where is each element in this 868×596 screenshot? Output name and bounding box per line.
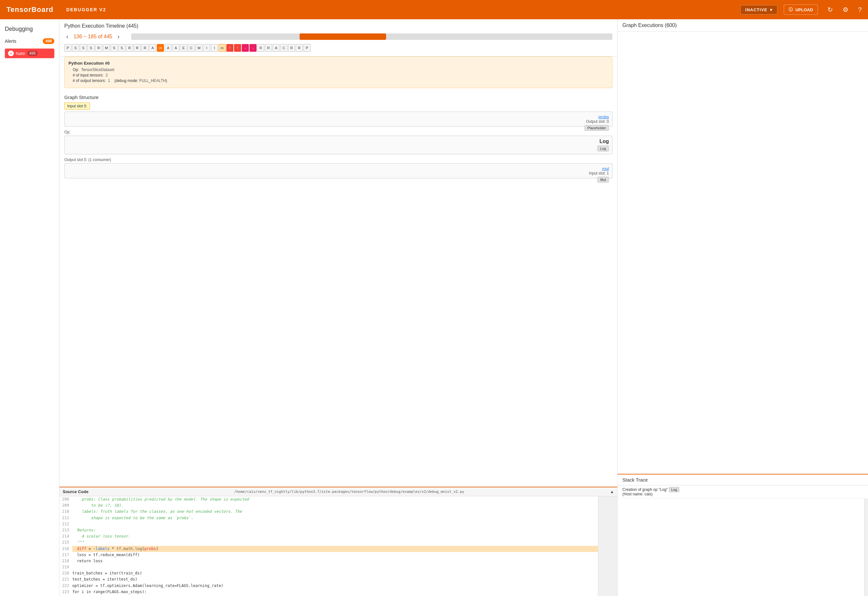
stack-op-ref: Log: [669, 487, 679, 492]
source-section: Source Code /home/cais/venv_tf_nightly/l…: [59, 487, 617, 596]
timeline-char[interactable]: S: [80, 44, 87, 52]
line-number: 220: [59, 570, 72, 576]
line-number: 214: [59, 533, 72, 539]
timeline-char[interactable]: R: [142, 44, 149, 52]
source-path: /home/cais/venv_tf_nightly/lib/python3.7…: [234, 490, 464, 494]
stack-scrollbar: [864, 499, 868, 596]
ge-table-container[interactable]: [617, 32, 868, 474]
line-number: 215: [59, 539, 72, 546]
output-name[interactable]: mul: [68, 166, 609, 171]
stack-scroll-area[interactable]: [617, 499, 864, 596]
timeline-char[interactable]: A: [172, 44, 179, 52]
timeline-nav: ‹ 136 ~ 185 of 445 ›: [64, 32, 613, 41]
source-minimap: [598, 496, 617, 596]
input-name[interactable]: probs: [68, 114, 609, 119]
sidebar: Debugging Alerts 499 ∞ NaN/ 499: [0, 19, 59, 596]
info-icon: ⓘ: [788, 7, 793, 13]
timeline-char[interactable]: R: [257, 44, 264, 52]
exec-detail: Python Execution #0 Op: TensorSliceDatas…: [64, 57, 613, 88]
main-layout: Debugging Alerts 499 ∞ NaN/ 499 Python E…: [0, 19, 868, 596]
timeline-char[interactable]: m: [157, 44, 164, 52]
timeline-char[interactable]: I: [203, 44, 210, 52]
infinity-icon: ∞: [8, 50, 14, 56]
nav-next-button[interactable]: ›: [115, 32, 121, 41]
timeline-char[interactable]: -: [242, 44, 249, 52]
timeline-char[interactable]: R: [134, 44, 141, 52]
timeline-char[interactable]: R: [95, 44, 102, 52]
sidebar-title: Debugging: [0, 22, 59, 36]
timeline-char[interactable]: m: [218, 44, 226, 52]
line-number: 213: [59, 527, 72, 533]
timeline-char[interactable]: !: [234, 44, 241, 52]
source-line: 210 labels: Truth labels for the classes…: [59, 509, 598, 515]
status-selector[interactable]: INACTIVE ▾: [740, 5, 777, 15]
source-collapse-icon[interactable]: ▲: [610, 489, 614, 494]
source-line: 222optimizer = tf.optimizers.Adam(learni…: [59, 583, 598, 589]
timeline-char[interactable]: !: [226, 44, 233, 52]
source-line: 208 probs: Class probabilities predicted…: [59, 496, 598, 502]
timeline-char[interactable]: C: [280, 44, 288, 52]
timeline-char[interactable]: M: [103, 44, 110, 52]
source-line: 217 loss = tf.reduce_mean(diff): [59, 552, 598, 558]
timeline-char[interactable]: A: [165, 44, 172, 52]
stack-title: Stack Trace: [622, 477, 863, 482]
help-icon[interactable]: ?: [858, 6, 862, 13]
center-panel: Python Execution Timeline (445) ‹ 136 ~ …: [59, 19, 617, 596]
timeline-char[interactable]: A: [273, 44, 280, 52]
timeline-char[interactable]: R: [126, 44, 133, 52]
input-slot-box: probs Output slot: 0 Placeholder: [64, 112, 613, 127]
nav-prev-button[interactable]: ‹: [64, 32, 71, 41]
timeline-char[interactable]: R: [265, 44, 272, 52]
timeline-char[interactable]: C: [188, 44, 195, 52]
timeline-char[interactable]: E: [180, 44, 187, 52]
timeline-chars: PSSSRMSSRRRAmAAECMIIm!!--RRACRRP: [64, 44, 613, 52]
source-line: 211 shape is expected to be the same as …: [59, 515, 598, 521]
timeline-char[interactable]: S: [111, 44, 118, 52]
line-code: probs: Class probabilities predicted by …: [72, 496, 598, 502]
timeline-char[interactable]: M: [195, 44, 202, 52]
source-lines[interactable]: 208 probs: Class probabilities predicted…: [59, 496, 598, 596]
line-number: 216: [59, 546, 72, 552]
timeline-char[interactable]: S: [72, 44, 79, 52]
timeline-char[interactable]: R: [288, 44, 295, 52]
timeline-slider-track[interactable]: [131, 34, 613, 40]
nan-label: NaN/: [16, 51, 25, 56]
source-header: Source Code /home/cais/venv_tf_nightly/l…: [59, 487, 617, 496]
alerts-label: Alerts: [5, 38, 16, 44]
graph-structure-title: Graph Structure: [64, 94, 613, 100]
output-slot-row: Input slot: 1: [68, 171, 609, 176]
line-code: for i in range(FLAGS.max_steps):: [72, 589, 598, 595]
source-line: 221test_batches = iter(test_ds): [59, 576, 598, 583]
timeline-char[interactable]: P: [304, 44, 310, 52]
timeline-char[interactable]: I: [211, 44, 218, 52]
stack-creation: Creation of graph op "Log" Log (Host nam…: [617, 485, 868, 499]
app-section: DEBUGGER V2: [66, 7, 106, 12]
timeline-char[interactable]: R: [296, 44, 303, 52]
nan-chip[interactable]: ∞ NaN/ 499: [5, 49, 54, 58]
refresh-icon[interactable]: ↻: [828, 6, 833, 13]
alerts-row[interactable]: Alerts 499: [0, 36, 59, 47]
op-box: Log Log: [64, 136, 613, 154]
line-code: A scalar loss tensor.: [72, 533, 598, 539]
status-label: INACTIVE: [745, 7, 768, 12]
timeline-char[interactable]: P: [64, 44, 71, 52]
timeline-char[interactable]: -: [249, 44, 257, 52]
op-label: Op:: [64, 130, 613, 134]
graph-executions-section: Graph Executions (600): [617, 19, 868, 474]
timeline-slider-thumb[interactable]: [300, 34, 386, 40]
settings-icon[interactable]: ⚙: [843, 6, 848, 13]
ge-title: Graph Executions (600): [622, 22, 863, 28]
timeline-char[interactable]: S: [118, 44, 125, 52]
ge-header: Graph Executions (600): [617, 19, 868, 32]
stack-host: (Host name: cais): [622, 492, 652, 496]
timeline-char[interactable]: S: [87, 44, 94, 52]
app-logo: TensorBoard: [6, 6, 53, 14]
upload-button[interactable]: ⓘ UPLOAD: [784, 4, 818, 15]
timeline-char[interactable]: A: [149, 44, 156, 52]
line-code: """: [72, 539, 598, 546]
line-number: 217: [59, 552, 72, 558]
stack-table-container: [617, 499, 868, 596]
input-slot-row: Output slot: 0: [68, 119, 609, 124]
line-number: 221: [59, 576, 72, 583]
source-line: 219: [59, 564, 598, 570]
